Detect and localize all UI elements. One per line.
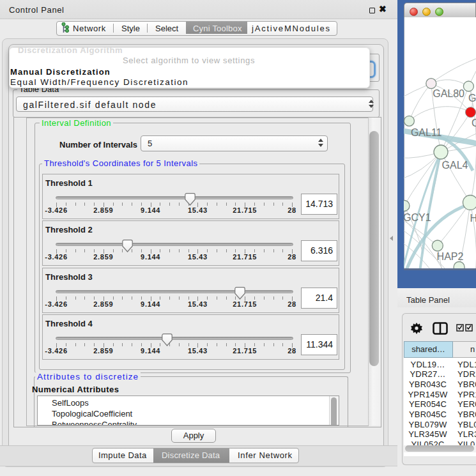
svg-text:GAL4: GAL4 [442,160,468,171]
svg-text:GAL11: GAL11 [411,127,442,138]
svg-text:HI: HI [470,213,476,224]
svg-text:HAP2: HAP2 [437,251,464,262]
svg-text:G.: G. [468,93,476,104]
svg-text:C: C [472,118,476,128]
svg-text:GCY1: GCY1 [404,212,431,223]
svg-text:GAL80: GAL80 [433,88,464,99]
